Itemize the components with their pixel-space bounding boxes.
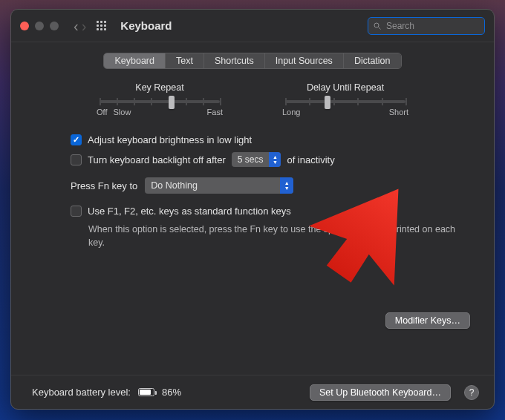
key-repeat-label: Key Repeat <box>97 82 223 93</box>
tab-text[interactable]: Text <box>166 53 204 68</box>
tab-dictation[interactable]: Dictation <box>344 53 401 68</box>
key-repeat-slider[interactable]: Key Repeat Off Slow Fast <box>97 82 223 117</box>
fn-keys-label: Use F1, F2, etc. keys as standard functi… <box>88 206 291 217</box>
fn-keys-row: Use F1, F2, etc. keys as standard functi… <box>71 206 463 217</box>
search-input[interactable] <box>385 20 495 32</box>
tab-shortcuts[interactable]: Shortcuts <box>204 53 265 68</box>
content-area: Key Repeat Off Slow Fast Delay Until Rep… <box>11 82 494 375</box>
stepper-arrows-icon: ▲▼ <box>269 152 281 167</box>
fn-keys-help-text: When this option is selected, press the … <box>88 223 467 249</box>
delay-until-repeat-slider[interactable]: Delay Until Repeat Long Short <box>282 82 408 117</box>
options: Adjust keyboard brightness in low light … <box>71 134 463 167</box>
battery-icon <box>138 388 154 396</box>
backlight-off-prefix: Turn keyboard backlight off after <box>88 154 226 165</box>
adjust-brightness-row: Adjust keyboard brightness in low light <box>71 134 463 145</box>
slider-knob[interactable] <box>169 96 175 109</box>
back-button[interactable]: ‹ <box>74 19 79 33</box>
window-title: Keyboard <box>120 19 172 32</box>
show-all-icon[interactable] <box>97 21 107 31</box>
stepper-arrows-icon: ▲▼ <box>280 177 293 194</box>
press-fn-value: Do Nothing <box>145 180 280 191</box>
search-field[interactable] <box>368 17 485 35</box>
fn-keys-checkbox[interactable] <box>71 206 82 217</box>
slider-end-labels: Long Short <box>282 108 408 117</box>
bluetooth-keyboard-button[interactable]: Set Up Bluetooth Keyboard… <box>310 384 451 401</box>
zoom-button[interactable] <box>50 22 59 30</box>
press-fn-label: Press Fn key to <box>71 180 137 191</box>
fn-keys-option: Use F1, F2, etc. keys as standard functi… <box>71 206 463 217</box>
nav-arrows: ‹ › <box>74 19 86 33</box>
annotation-arrow-icon <box>308 179 472 327</box>
search-icon <box>373 22 382 30</box>
sliders: Key Repeat Off Slow Fast Delay Until Rep… <box>35 82 470 117</box>
backlight-delay-value: 5 secs <box>232 154 270 165</box>
tab-keyboard[interactable]: Keyboard <box>104 53 166 68</box>
help-button[interactable]: ? <box>464 385 479 400</box>
svg-point-0 <box>374 23 379 27</box>
svg-line-1 <box>379 27 381 29</box>
minimize-button[interactable] <box>35 22 44 30</box>
modifier-keys-area: Modifier Keys… <box>385 312 470 329</box>
tabbar: KeyboardTextShortcutsInput SourcesDictat… <box>11 53 494 69</box>
forward-button[interactable]: › <box>82 19 87 33</box>
slider-knob[interactable] <box>325 96 330 109</box>
battery-pct: 86% <box>162 387 181 398</box>
backlight-delay-select[interactable]: 5 secs ▲▼ <box>232 152 281 167</box>
slider-end-labels: Off Slow Fast <box>97 108 223 117</box>
titlebar: ‹ › Keyboard <box>11 10 494 42</box>
press-fn-select[interactable]: Do Nothing ▲▼ <box>145 177 293 194</box>
battery-label: Keyboard battery level: <box>32 387 131 398</box>
close-button[interactable] <box>20 22 29 30</box>
modifier-keys-button[interactable]: Modifier Keys… <box>385 312 470 329</box>
slider-track[interactable] <box>285 100 405 103</box>
backlight-off-suffix: of inactivity <box>287 154 334 165</box>
backlight-off-row: Turn keyboard backlight off after 5 secs… <box>71 152 463 167</box>
system-preferences-window: ‹ › Keyboard KeyboardTextShortcutsInput … <box>10 9 495 410</box>
adjust-brightness-label: Adjust keyboard brightness in low light <box>88 134 252 145</box>
adjust-brightness-checkbox[interactable] <box>71 134 82 145</box>
press-fn-row: Press Fn key to Do Nothing ▲▼ <box>71 177 470 194</box>
window-controls <box>20 22 59 30</box>
bottombar: Keyboard battery level: 86% Set Up Bluet… <box>11 375 494 409</box>
backlight-off-checkbox[interactable] <box>71 154 82 165</box>
slider-track[interactable] <box>100 100 220 103</box>
tab-input-sources[interactable]: Input Sources <box>265 53 344 68</box>
delay-repeat-label: Delay Until Repeat <box>282 82 408 93</box>
